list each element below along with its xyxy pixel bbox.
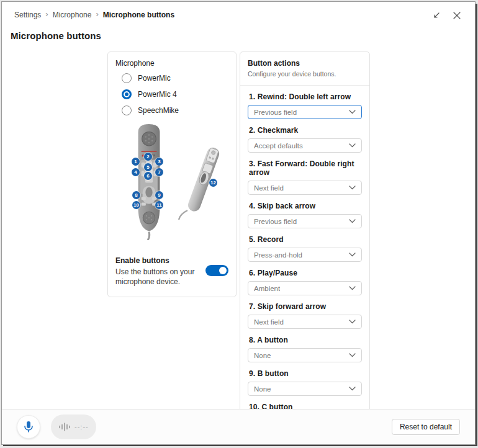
device-button-badge-2: 2 xyxy=(144,153,152,161)
dictation-footer: --:-- Reset to default xyxy=(2,409,475,444)
action-group: 9. B buttonNone xyxy=(248,369,362,396)
device-button-badge-9: 9 xyxy=(155,191,163,199)
device-button-badge-5: 5 xyxy=(144,163,152,171)
dropdown-selected-value: Previous field xyxy=(254,109,297,116)
action-dropdown[interactable]: Next field xyxy=(248,181,362,195)
button-actions-panel: Button actions Configure your device but… xyxy=(240,52,370,445)
action-label: 7. Skip forward arrow xyxy=(249,302,362,311)
divider xyxy=(240,85,369,86)
dropdown-selected-value: Previous field xyxy=(254,218,297,225)
action-dropdown[interactable]: Next field xyxy=(248,315,362,329)
enable-buttons-setting: Enable buttons Use the buttons on your m… xyxy=(115,256,228,287)
action-dropdown[interactable]: Previous field xyxy=(248,214,362,228)
dropdown-selected-value: Next field xyxy=(254,184,284,192)
chevron-down-icon xyxy=(349,186,356,190)
breadcrumb-item[interactable]: Settings xyxy=(14,11,41,19)
device-button-badge-4: 4 xyxy=(132,168,140,176)
button-actions-list: 1. Rewind: Double left arrowPrevious fie… xyxy=(248,92,362,445)
action-group: 3. Fast Forward: Double right arrowNext … xyxy=(248,159,362,195)
chevron-down-icon xyxy=(349,110,356,114)
dropdown-selected-value: Next field xyxy=(254,318,284,326)
recording-timer: --:-- xyxy=(74,423,89,431)
button-actions-subtitle: Configure your device buttons. xyxy=(248,70,362,78)
action-dropdown[interactable]: Ambient xyxy=(248,281,362,295)
dropdown-selected-value: None xyxy=(254,385,271,393)
device-button-badge-8: 8 xyxy=(132,191,140,199)
action-label: 6. Play/Pause xyxy=(249,269,362,277)
action-dropdown[interactable]: Press-and-hold xyxy=(248,248,362,262)
device-button-badge-10: 10 xyxy=(132,201,140,209)
powermic-front-illustration: NUANCE xyxy=(127,122,171,240)
radio-option-label: PowerMic xyxy=(138,74,171,83)
action-group: 1. Rewind: Double left arrowPrevious fie… xyxy=(248,92,362,119)
device-button-badge-7: 7 xyxy=(155,168,163,176)
breadcrumb-item[interactable]: Microphone buttons xyxy=(103,11,174,19)
audio-level-pill[interactable]: --:-- xyxy=(51,414,96,439)
microphone-icon xyxy=(23,421,34,433)
breadcrumb-chevron-icon: › xyxy=(45,9,48,19)
radio-option-powermic[interactable]: PowerMic xyxy=(122,73,228,83)
collapse-icon[interactable] xyxy=(431,11,440,20)
enable-buttons-toggle[interactable] xyxy=(205,265,228,276)
chevron-down-icon xyxy=(349,387,356,391)
dropdown-selected-value: Ambient xyxy=(254,285,280,292)
button-actions-title: Button actions xyxy=(248,59,362,68)
radio-selected-icon xyxy=(122,89,132,99)
action-group: 7. Skip forward arrowNext field xyxy=(248,302,362,329)
action-dropdown[interactable]: None xyxy=(248,348,362,362)
dropdown-selected-value: Press-and-hold xyxy=(254,251,302,259)
action-group: 6. Play/PauseAmbient xyxy=(248,269,362,295)
toggle-knob xyxy=(219,267,227,274)
enable-buttons-description: Use the buttons on your microphone devic… xyxy=(115,267,201,287)
page-title: Microphone buttons xyxy=(2,20,475,41)
microphone-panel: Microphone PowerMicPowerMic 4SpeechMike xyxy=(107,52,237,297)
action-label: 4. Skip back arrow xyxy=(249,202,362,210)
device-button-badge-3: 3 xyxy=(155,158,163,166)
powermic-side-illustration xyxy=(176,141,230,222)
action-group: 4. Skip back arrowPrevious field xyxy=(248,202,362,228)
action-dropdown[interactable]: Accept defaults xyxy=(248,138,362,153)
close-icon[interactable] xyxy=(453,11,461,20)
action-label: 9. B button xyxy=(249,369,362,378)
dropdown-selected-value: Accept defaults xyxy=(254,142,303,150)
chevron-down-icon xyxy=(349,219,356,223)
breadcrumb-item[interactable]: Microphone xyxy=(53,11,92,19)
settings-window: Settings›Microphone›Microphone buttons M… xyxy=(1,1,476,445)
action-dropdown[interactable]: None xyxy=(248,382,362,396)
action-group: 5. RecordPress-and-hold xyxy=(248,235,362,262)
action-label: 8. A button xyxy=(249,336,362,344)
action-label: 5. Record xyxy=(249,235,362,244)
device-button-badge-12: 12 xyxy=(209,179,217,187)
action-group: 2. CheckmarkAccept defaults xyxy=(248,126,362,153)
radio-unselected-icon xyxy=(122,105,132,115)
dropdown-selected-value: None xyxy=(254,352,271,359)
reset-to-default-button[interactable]: Reset to default xyxy=(392,419,460,435)
radio-unselected-icon xyxy=(122,73,132,83)
waveform-icon xyxy=(58,422,71,432)
chevron-down-icon xyxy=(349,253,356,257)
device-button-badge-6: 6 xyxy=(144,172,152,180)
chevron-down-icon xyxy=(349,143,356,148)
chevron-down-icon xyxy=(349,286,356,290)
action-dropdown[interactable]: Previous field xyxy=(248,105,362,119)
action-label: 1. Rewind: Double left arrow xyxy=(249,92,362,101)
breadcrumb: Settings›Microphone›Microphone buttons xyxy=(14,10,174,19)
action-label: 3. Fast Forward: Double right arrow xyxy=(249,159,362,177)
device-button-badge-11: 11 xyxy=(155,201,163,209)
chevron-down-icon xyxy=(349,320,356,324)
action-group: 8. A buttonNone xyxy=(248,336,362,362)
action-label: 2. Checkmark xyxy=(249,126,362,135)
microphone-group-label: Microphone xyxy=(115,59,228,68)
radio-option-powermic-4[interactable]: PowerMic 4 xyxy=(122,89,228,99)
window-topbar: Settings›Microphone›Microphone buttons xyxy=(2,2,475,20)
device-button-badge-1: 1 xyxy=(132,158,140,166)
radio-option-label: SpeechMike xyxy=(138,106,179,115)
breadcrumb-chevron-icon: › xyxy=(96,9,98,19)
microphone-radio-group: PowerMicPowerMic 4SpeechMike xyxy=(122,73,228,115)
microphone-button[interactable] xyxy=(17,415,40,439)
chevron-down-icon xyxy=(349,353,356,357)
microphone-device-image: NUANCE xyxy=(115,121,228,246)
radio-option-speechmike[interactable]: SpeechMike xyxy=(122,105,228,115)
radio-option-label: PowerMic 4 xyxy=(138,90,177,99)
enable-buttons-label: Enable buttons xyxy=(115,256,201,265)
